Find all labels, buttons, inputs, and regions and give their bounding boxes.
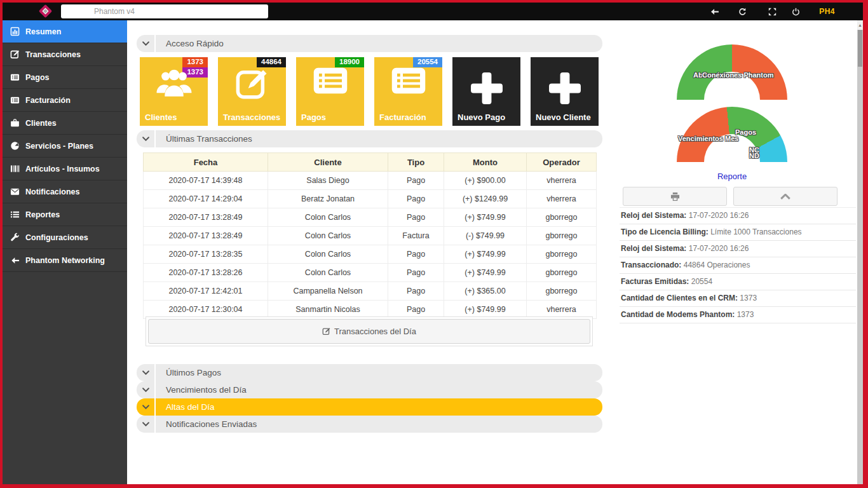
card-nuevo-cliente[interactable]: Nuevo Cliente [531,57,599,126]
accordion-notificaciones-enviadas[interactable]: Notificaciones Enviadas [137,416,602,433]
sidebar-item-label: Notificaciones [25,187,79,196]
back-icon[interactable] [709,7,719,16]
gauge-label: Pagos [735,128,756,136]
print-button[interactable] [623,187,727,206]
table-cell: (+) $749.99 [444,264,527,282]
info-label: Cantidad de Clientes en el CRM: [621,294,740,302]
scroll-up-icon[interactable]: ▲ [857,20,863,30]
info-row: Reloj del Sistema: 17-07-2020 16:26 [620,208,856,224]
sidebar-item-configuraciones[interactable]: Configuraciones [3,226,127,249]
info-row: Reloj del Sistema: 17-07-2020 16:26 [620,241,856,257]
arrow-left-icon [10,255,20,266]
chevron-down-icon[interactable] [137,130,156,147]
section-title: Últimos Pagos [156,364,602,381]
sidebar-item-servicios-planes[interactable]: Servicios - Planes [3,135,127,158]
table-cell: Pago [388,282,444,301]
sidebar-item-articulos-insumos[interactable]: Artículos - Insumos [3,158,127,180]
card-clientes[interactable]: 13731373Clientes [140,57,208,126]
table-cell: vherrera [527,190,597,208]
table-row[interactable]: 2020-07-17 13:28:26Colon CarlosPago(+) $… [144,264,597,282]
phantom-logo-icon [39,5,52,18]
chevron-down-icon[interactable] [137,398,156,416]
button-label: Transacciones del Día [334,327,416,336]
table-cell: Pago [388,264,444,282]
column-header: Operador [527,153,597,172]
chevron-up-icon [780,194,790,200]
chevron-down-icon[interactable] [137,416,156,433]
card-list-icon [391,67,426,97]
table-row[interactable]: 2020-07-17 13:28:49Colon CarlosFactura(-… [144,227,597,245]
accordion-ultimas-transacciones[interactable]: Últimas Transacciones [137,130,602,147]
column-header: Fecha [144,153,268,172]
table-cell: 2020-07-17 13:28:26 [144,264,268,282]
chevron-down-icon[interactable] [137,35,156,52]
sidebar-item-phantom-networking[interactable]: Phantom Networking [3,249,127,272]
accordion-acceso-rapido[interactable]: Acceso Rápido [137,35,602,52]
card-transacciones[interactable]: 44864Transacciones [218,57,286,126]
accordion-vencimientos-del-dia[interactable]: Vencimientos del Día [137,381,602,398]
card-pagos[interactable]: 18900Pagos [296,57,364,126]
chevron-down-icon[interactable] [137,381,156,398]
table-row[interactable]: 2020-07-17 12:42:01Campanella NelsonPago… [144,282,597,301]
system-info-list: Reloj del Sistema: 17-07-2020 16:26Tipo … [620,207,856,323]
info-row: Cantidad de Clientes en el CRM: 1373 [620,290,856,307]
sidebar-item-transacciones[interactable]: Transacciones [3,43,127,66]
fullscreen-icon[interactable] [767,7,777,16]
power-icon[interactable] [790,7,801,16]
sidebar-item-facturacion[interactable]: Facturación [3,89,127,112]
info-label: Cantidad de Modems Phantom: [621,310,737,319]
info-value: Límite 1000 Transacciones [710,227,801,236]
gauge-label: Vencimientos Mes [678,135,738,142]
table-cell: (+) $1249.99 [444,190,527,208]
table-cell: Colon Carlos [268,208,388,227]
reporte-link[interactable]: Reporte [677,172,787,181]
quick-access-cards: 13731373Clientes44864Transacciones18900P… [140,57,599,126]
table-row[interactable]: 2020-07-17 13:28:35Colon CarlosPago(+) $… [144,245,597,264]
accordion-altas-del-dia[interactable]: Altas del Día [137,398,602,416]
table-cell: 2020-07-17 13:28:49 [144,208,268,227]
table-row[interactable]: 2020-07-17 14:39:48Salas DiegoPago(+) $9… [144,172,597,190]
table-cell: (+) $749.99 [444,208,527,227]
sidebar-item-label: Artículos - Insumos [25,165,100,173]
scrollbar[interactable]: ▲ [857,20,863,484]
gauge-label: ND [749,152,759,159]
main-content: Acceso Rápido 13731373Clientes44864Trans… [127,20,857,484]
search-input[interactable] [61,4,268,18]
table-row[interactable]: 2020-07-17 13:28:49Colon CarlosPago(+) $… [144,208,597,227]
card-facturacion[interactable]: 20554Facturación [374,57,442,126]
card-nuevo-pago[interactable]: Nuevo Pago [452,57,520,126]
table-cell: Salas Diego [268,172,388,190]
transactions-table: FechaClienteTipoMontoOperador 2020-07-17… [143,152,596,319]
plus-icon [470,71,504,108]
column-header: Monto [444,153,527,172]
info-label: Transaccionado: [621,261,684,269]
transacciones-del-dia-button[interactable]: Transacciones del Día [148,319,590,344]
table-cell: gborrego [527,227,597,245]
info-value: 1373 [740,294,757,302]
sidebar-item-resumen[interactable]: Resumen [3,20,127,43]
wrench-icon [10,233,20,243]
user-badge[interactable]: PH4 [819,7,835,16]
card-label: Facturación [379,112,426,122]
table-cell: Pago [388,172,444,190]
refresh-icon[interactable] [737,7,747,16]
section-title: Notificaciones Enviadas [156,416,602,433]
scrollbar-thumb[interactable] [858,30,862,67]
sidebar-item-pagos[interactable]: Pagos [3,66,127,89]
chevron-down-icon[interactable] [137,364,156,381]
table-cell: Pago [388,190,444,208]
collapse-button[interactable] [733,187,837,206]
info-value: 1373 [737,310,754,319]
info-row: Transaccionado: 44864 Operaciones [620,257,856,274]
table-row[interactable]: 2020-07-17 14:29:04Beratz JonatanPago(+)… [144,190,597,208]
sidebar-item-clientes[interactable]: Clientes [3,112,127,135]
sidebar-item-reportes[interactable]: Reportes [3,203,127,226]
card-label: Pagos [301,112,326,122]
table-cell: Factura [388,227,444,245]
accordion-ultimos-pagos[interactable]: Últimos Pagos [137,364,602,381]
table-cell: gborrego [527,282,597,301]
sidebar-item-notificaciones[interactable]: Notificaciones [3,180,127,203]
table-cell: Beratz Jonatan [268,190,388,208]
globe-icon [10,141,20,151]
card-label: Nuevo Pago [458,112,505,122]
